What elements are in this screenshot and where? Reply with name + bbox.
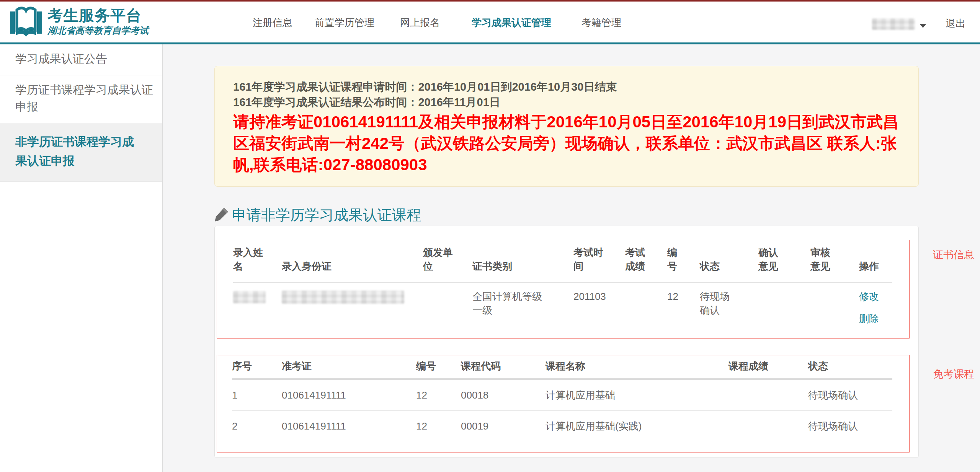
exempt-courses-annotation-box: 序号 准考证 编号 课程代码 课程名称 课程成绩 状态 1 0106141911… bbox=[217, 355, 910, 452]
column-header: 确认意见 bbox=[758, 240, 810, 283]
issuer-cell bbox=[423, 283, 472, 346]
username-redacted-blur[interactable] bbox=[872, 18, 915, 30]
entered-name-redacted-blur bbox=[233, 291, 266, 303]
main-content: 161年度学习成果认证课程申请时间：2016年10月01日到2016年10月30… bbox=[163, 44, 980, 472]
entered-id-redacted-blur bbox=[282, 291, 404, 304]
column-header: 编号 bbox=[667, 240, 700, 283]
sidebar-item-diploma-course-apply[interactable]: 学历证书课程学习成果认证申报 bbox=[0, 75, 162, 123]
column-header: 状态 bbox=[700, 240, 758, 283]
nav-item-prior-edu[interactable]: 前置学历管理 bbox=[315, 16, 374, 29]
course-name-cell: 计算机应用基础 bbox=[546, 379, 728, 411]
column-header: 课程代码 bbox=[461, 355, 546, 379]
nav-item-achievement-cert[interactable]: 学习成果认证管理 bbox=[472, 16, 551, 29]
course-name-cell: 计算机应用基础(实践) bbox=[546, 411, 728, 442]
column-header: 课程名称 bbox=[546, 355, 728, 379]
exempt-course-row: 1 010614191111 12 00018 计算机应用基础 待现场确认 bbox=[232, 379, 892, 411]
status-cell: 待现场确认 bbox=[808, 411, 892, 442]
course-score-cell bbox=[728, 379, 808, 411]
column-header: 序号 bbox=[232, 355, 282, 379]
notice-line-2: 161年度学习成果认证结果公布时间：2016年11月01日 bbox=[233, 94, 901, 110]
open-book-icon bbox=[8, 5, 44, 41]
section-header: 申请非学历学习成果认证课程 bbox=[214, 205, 421, 225]
app-subtitle: 湖北省高等教育自学考试 bbox=[47, 25, 149, 36]
notice-box: 161年度学习成果认证课程申请时间：2016年10月01日到2016年10月30… bbox=[214, 66, 919, 187]
ticket-cell: 010614191111 bbox=[282, 411, 416, 442]
certificate-info-annotation-label: 证书信息 bbox=[933, 248, 974, 262]
exempt-header-row: 序号 准考证 编号 课程代码 课程名称 课程成绩 状态 bbox=[232, 355, 892, 379]
number-cell: 12 bbox=[667, 283, 700, 346]
number-cell: 12 bbox=[416, 379, 461, 411]
course-score-cell bbox=[728, 411, 808, 442]
actions-cell: 修改 删除 bbox=[859, 283, 892, 346]
section-title: 申请非学历学习成果认证课程 bbox=[232, 205, 421, 225]
column-header: 录入身份证 bbox=[282, 240, 423, 283]
sidebar: 学习成果认证公告 学历证书课程学习成果认证申报 非学历证书课程学习成果认证申报 bbox=[0, 44, 163, 472]
certificate-header-row: 录入姓名 录入身份证 颁发单位 证书类别 考试时间 考试成绩 编号 状态 确认意… bbox=[233, 240, 892, 283]
status-cell: 待现场确认 bbox=[808, 379, 892, 411]
status-cell: 待现场确认 bbox=[700, 283, 758, 346]
pencil-icon bbox=[214, 207, 229, 223]
column-header: 证书类别 bbox=[472, 240, 573, 283]
exam-score-cell bbox=[625, 283, 667, 346]
course-code-cell: 00018 bbox=[461, 379, 546, 411]
number-cell: 12 bbox=[416, 411, 461, 442]
seq-cell: 2 bbox=[232, 411, 282, 442]
chevron-down-icon[interactable] bbox=[920, 24, 926, 28]
cert-type-cell: 全国计算机等级一级 bbox=[472, 283, 573, 346]
certificate-table: 录入姓名 录入身份证 颁发单位 证书类别 考试时间 考试成绩 编号 状态 确认意… bbox=[233, 240, 892, 345]
notice-line-1: 161年度学习成果认证课程申请时间：2016年10月01日到2016年10月30… bbox=[233, 79, 901, 94]
nav-item-online-signup[interactable]: 网上报名 bbox=[400, 16, 440, 29]
edit-link[interactable]: 修改 bbox=[859, 290, 889, 303]
nav-item-register[interactable]: 注册信息 bbox=[253, 16, 292, 29]
exam-time-cell: 201103 bbox=[573, 283, 625, 346]
app-title: 考生服务平台 bbox=[47, 5, 149, 25]
certificate-data-row: 全国计算机等级一级 201103 12 待现场确认 修改 删除 bbox=[233, 283, 892, 346]
review-opinion-cell bbox=[810, 283, 859, 346]
column-header: 审核意见 bbox=[810, 240, 859, 283]
column-header: 操作 bbox=[859, 240, 892, 283]
notice-alert-text: 请持准考证010614191111及相关申报材料于2016年10月05日至201… bbox=[233, 111, 901, 176]
column-header: 编号 bbox=[416, 355, 461, 379]
exempt-course-row: 2 010614191111 12 00019 计算机应用基础(实践) 待现场确… bbox=[232, 411, 892, 442]
column-header: 课程成绩 bbox=[728, 355, 808, 379]
course-code-cell: 00019 bbox=[461, 411, 546, 442]
column-header: 录入姓名 bbox=[233, 240, 282, 283]
column-header: 状态 bbox=[808, 355, 892, 379]
column-header: 准考证 bbox=[282, 355, 416, 379]
certificate-info-annotation-box: 录入姓名 录入身份证 颁发单位 证书类别 考试时间 考试成绩 编号 状态 确认意… bbox=[217, 240, 910, 339]
column-header: 考试时间 bbox=[573, 240, 625, 283]
nav-item-exam-record[interactable]: 考籍管理 bbox=[581, 16, 621, 29]
app-header: 考生服务平台 湖北省高等教育自学考试 注册信息 前置学历管理 网上报名 学习成果… bbox=[0, 2, 980, 44]
logo: 考生服务平台 湖北省高等教育自学考试 bbox=[8, 5, 149, 41]
delete-link[interactable]: 删除 bbox=[859, 312, 889, 326]
sidebar-item-nondiploma-course-apply[interactable]: 非学历证书课程学习成果认证申报 bbox=[0, 123, 162, 182]
ticket-cell: 010614191111 bbox=[282, 379, 416, 411]
sidebar-item-announcement[interactable]: 学习成果认证公告 bbox=[0, 44, 162, 75]
seq-cell: 1 bbox=[232, 379, 282, 411]
exempt-courses-table: 序号 准考证 编号 课程代码 课程名称 课程成绩 状态 1 0106141911… bbox=[232, 355, 892, 441]
column-header: 考试成绩 bbox=[625, 240, 667, 283]
exempt-courses-annotation-label: 免考课程 bbox=[933, 367, 974, 381]
courses-panel: 录入姓名 录入身份证 颁发单位 证书类别 考试时间 考试成绩 编号 状态 确认意… bbox=[214, 226, 919, 458]
logout-button[interactable]: 退出 bbox=[946, 17, 965, 30]
confirm-opinion-cell bbox=[758, 283, 810, 346]
column-header: 颁发单位 bbox=[423, 240, 472, 283]
